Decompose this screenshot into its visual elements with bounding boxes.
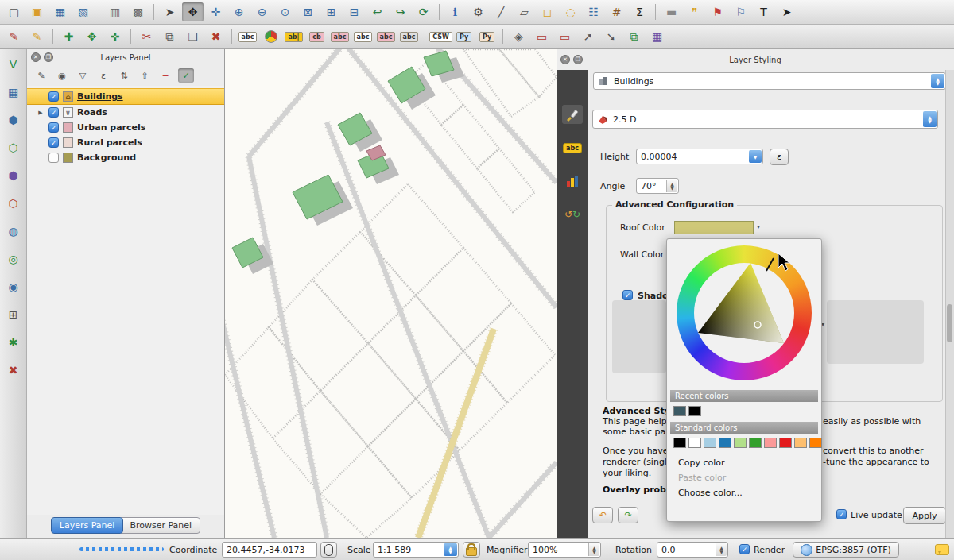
label-abc-pink-icon[interactable]: abc (329, 27, 351, 46)
label-cb-icon[interactable]: cb (306, 27, 328, 46)
toggle-editing-icon[interactable]: ✎ (26, 27, 48, 46)
statistics-icon[interactable]: Σ (629, 2, 650, 21)
refresh-map-icon[interactable]: ⟳ (413, 2, 434, 21)
new-bookmark-icon[interactable]: ⚑ (707, 2, 728, 21)
map-tips-icon[interactable]: ❞ (684, 2, 705, 21)
color-swatch[interactable] (688, 406, 701, 416)
move-feature-icon[interactable]: ✥ (81, 27, 103, 46)
color-wheel[interactable] (677, 245, 812, 380)
color-swatch[interactable] (688, 438, 701, 448)
symbology-brush-icon[interactable] (562, 105, 583, 124)
color-swatch[interactable] (673, 438, 686, 448)
layer-visibility-checkbox[interactable]: ✓ (48, 91, 59, 102)
remove-layer-panel-icon[interactable]: − (157, 68, 173, 83)
scale-combo[interactable]: 1:1 589 ▲▼ (373, 542, 459, 558)
popup-menu-item[interactable]: Paste color (667, 470, 821, 485)
manage-themes-icon[interactable]: ◉ (54, 68, 70, 83)
new-shapefile-icon[interactable]: ✱ (4, 334, 23, 351)
filter-expression-icon[interactable]: ε (95, 68, 111, 83)
measure-ruler-icon[interactable]: ▬ (661, 2, 682, 21)
current-edits-icon[interactable]: ✎ (3, 27, 25, 46)
expander-icon[interactable]: ▶ (37, 110, 45, 116)
color-swatch[interactable] (704, 438, 716, 448)
shadow-checkbox[interactable]: ✓ (622, 290, 633, 300)
layer-selector-combo[interactable]: Buildings ▲▼ (593, 72, 946, 90)
pan-map-icon[interactable]: ✥ (182, 2, 204, 21)
color-swatch[interactable] (749, 438, 762, 448)
collapse-all-icon[interactable]: ⇧ (137, 68, 153, 83)
layer-visibility-checkbox[interactable]: ✓ (48, 107, 59, 118)
composer-manager-icon[interactable]: ▩ (127, 2, 149, 21)
label-ab-icon[interactable]: ab| (283, 27, 304, 46)
text-annotation-icon[interactable]: T (753, 2, 774, 21)
scale-dropdown-icon[interactable]: ▲▼ (444, 543, 457, 556)
add-vector-layer-icon[interactable]: V (4, 56, 23, 73)
hue-marker[interactable] (766, 258, 774, 271)
annotation-arrow-icon[interactable]: ➤ (776, 2, 797, 21)
layer-row[interactable]: ▶ ✓ ∨ Roads (27, 105, 224, 120)
layer-visibility-checkbox[interactable]: ✓ (48, 122, 59, 133)
styling-scrollbar[interactable] (945, 70, 954, 538)
spatial-query-icon[interactable]: ➚ (577, 27, 599, 46)
popup-menu-item[interactable]: Copy color (667, 455, 821, 470)
apply-button[interactable]: Apply (903, 507, 946, 524)
color-swatch[interactable] (794, 438, 807, 448)
field-calculator-icon[interactable]: # (606, 2, 627, 21)
filter-legend-icon[interactable]: ▽ (75, 68, 91, 83)
project-open-icon[interactable]: ▣ (26, 2, 48, 21)
tab-browser-panel[interactable]: Browser Panel (121, 517, 200, 534)
project-new-icon[interactable]: ▢ (3, 2, 25, 21)
layer-label[interactable]: Rural parcels (77, 137, 142, 148)
show-bookmarks-icon[interactable]: ⚐ (730, 2, 751, 21)
cut-features-icon[interactable]: ✂ (136, 27, 157, 46)
python-plugin-icon[interactable]: Py (476, 27, 498, 46)
python-console-icon[interactable]: Py (453, 27, 475, 46)
dropdown-arrows-icon[interactable]: ▲▼ (923, 111, 937, 127)
popup-menu-item[interactable]: Choose color... (667, 485, 821, 500)
zoom-to-layer-icon[interactable]: ⊟ (343, 2, 365, 21)
scrollbar-thumb[interactable] (947, 304, 952, 342)
detach-panel-icon[interactable]: ❐ (573, 55, 583, 64)
render-checkbox[interactable]: ✓ (739, 544, 750, 554)
layer-label[interactable]: Urban parcels (77, 122, 145, 133)
measure-area-icon[interactable]: ▱ (514, 2, 535, 21)
tab-layers-panel[interactable]: Layers Panel (51, 517, 124, 534)
layer-row[interactable]: Background (27, 150, 224, 165)
rotation-spinner[interactable]: 0.0 ▲▼ (657, 542, 728, 558)
label-abc-gray-icon[interactable]: abc (398, 27, 420, 46)
diagram-icon[interactable] (562, 172, 583, 191)
roof-color-swatch[interactable] (674, 221, 754, 234)
coordinate-input[interactable]: 20.4457,-34.0173 (222, 542, 317, 558)
detach-panel-icon[interactable]: ❐ (44, 52, 53, 62)
layer-label[interactable]: Roads (77, 107, 107, 118)
height-expression-button[interactable]: ε (770, 149, 789, 165)
layer-row[interactable]: ✓ Rural parcels (27, 135, 224, 150)
add-raster-layer-icon[interactable]: ▦ (4, 83, 23, 101)
shadow-color-widget[interactable] (612, 300, 666, 373)
magnifier-spinner[interactable]: 100% ▲▼ (528, 542, 601, 558)
spinner-arrows-icon[interactable]: ▲▼ (666, 180, 677, 192)
touch-zoom-icon[interactable]: ➤ (159, 2, 180, 21)
add-delimited-text-icon[interactable]: ⊞ (4, 306, 23, 323)
layer-row[interactable]: ✓ Urban parcels (27, 120, 224, 135)
expand-all-icon[interactable]: ⇅ (116, 68, 132, 83)
copy-features-icon[interactable]: ⧉ (159, 27, 180, 46)
dropdown-arrows-icon[interactable]: ▲▼ (931, 74, 944, 88)
extent-rectangle-icon[interactable]: ▭ (531, 27, 553, 46)
close-panel-icon[interactable]: ✕ (560, 55, 570, 64)
spatial-select-icon[interactable]: ➘ (600, 27, 622, 46)
live-update-checkbox[interactable]: ✓ (836, 509, 847, 519)
duplicate-layer-icon[interactable]: ⧉ (623, 27, 645, 46)
delete-selected-icon[interactable]: ✖ (205, 27, 227, 46)
height-dropdown-icon[interactable]: ▼ (749, 150, 762, 163)
roof-color-dropdown-icon[interactable]: ▾ (757, 223, 760, 230)
north-arrow-icon[interactable]: ◈ (508, 27, 529, 46)
color-swatch[interactable] (673, 406, 686, 416)
zoom-in-icon[interactable]: ⊕ (228, 2, 250, 21)
project-save-icon[interactable]: ▦ (49, 2, 71, 21)
color-swatch[interactable] (809, 438, 822, 448)
labels-abc-icon[interactable]: abc (562, 138, 583, 157)
spinner-arrows-icon[interactable]: ▲▼ (716, 543, 727, 556)
add-wcs-layer-icon[interactable]: ◎ (4, 250, 23, 268)
color-swatch[interactable] (719, 438, 731, 448)
